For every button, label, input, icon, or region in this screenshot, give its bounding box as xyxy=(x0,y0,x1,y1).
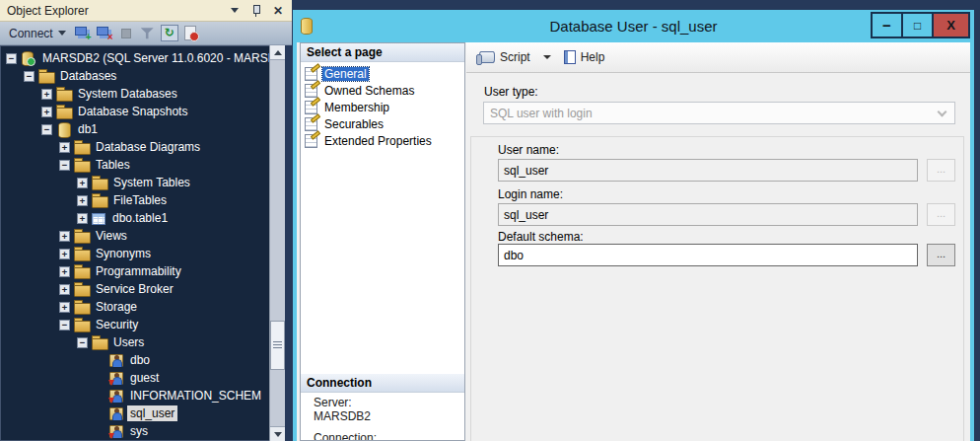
tree-item-users[interactable]: −Users xyxy=(1,333,284,351)
default-schema-input[interactable] xyxy=(498,244,918,266)
tree-item-filetables[interactable]: +FileTables xyxy=(1,191,284,209)
tree-item-dbo[interactable]: dbo xyxy=(1,351,284,369)
dialog-titlebar: Database User - sql_user − □ X xyxy=(297,10,970,42)
tree-item-dbo-table1[interactable]: +dbo.table1 xyxy=(1,209,284,227)
tree-item-programmability[interactable]: +Programmability xyxy=(1,262,284,280)
tree-item-guest[interactable]: guest xyxy=(1,369,284,387)
tree-item-label: Programmability xyxy=(93,263,184,279)
default-schema-label: Default schema: xyxy=(498,230,584,244)
plus-expander-icon[interactable]: + xyxy=(59,302,70,313)
tree-item-tables[interactable]: −Tables xyxy=(1,156,284,174)
help-button[interactable]: Help xyxy=(561,48,608,66)
tree-item-db1[interactable]: −db1 xyxy=(1,120,284,138)
object-explorer-toolbar: Connect +×↻ xyxy=(0,22,292,45)
minus-expander-icon[interactable]: − xyxy=(59,320,70,331)
tree-item-label: System Databases xyxy=(75,86,180,102)
disconnect-server-icon[interactable]: × xyxy=(96,25,113,41)
tree-item-sql-user[interactable]: sql_user xyxy=(1,404,284,422)
script-icon xyxy=(479,51,495,63)
page-item-label: Membership xyxy=(322,101,391,114)
connection-header: Connection xyxy=(301,374,464,393)
tree-item-label: db1 xyxy=(75,121,101,137)
page-item-label: Owned Schemas xyxy=(322,84,416,98)
scroll-up-button[interactable] xyxy=(270,45,285,60)
plus-expander-icon[interactable]: + xyxy=(59,249,70,259)
folder-icon xyxy=(74,282,89,296)
script-error-icon[interactable] xyxy=(182,25,200,41)
folder-icon xyxy=(74,229,89,243)
tree-item-marsdb2-sql-server-11-0-6020-marsd[interactable]: −MARSDB2 (SQL Server 11.0.6020 - MARSD xyxy=(1,49,284,67)
connect-server-icon[interactable]: + xyxy=(74,25,92,41)
user-name-input xyxy=(498,159,918,182)
page-item-securables[interactable]: Securables xyxy=(301,115,464,132)
minus-expander-icon[interactable]: − xyxy=(41,124,52,135)
indent-spacer xyxy=(95,408,105,419)
minus-expander-icon[interactable]: − xyxy=(77,337,88,348)
user-name-browse-button: ... xyxy=(927,159,955,182)
tree-item-system-tables[interactable]: +System Tables xyxy=(1,174,284,191)
plus-expander-icon[interactable]: + xyxy=(41,89,52,100)
plus-expander-icon[interactable]: + xyxy=(41,107,52,117)
minimize-button[interactable]: − xyxy=(871,12,903,38)
person-body xyxy=(112,359,122,367)
dialog-right-pane: Script Help User type: SQL user with log… xyxy=(466,42,970,441)
database-user-dialog: Database User - sql_user − □ X Select a … xyxy=(293,10,974,441)
plus-expander-icon[interactable]: + xyxy=(59,284,70,295)
tree-item-synonyms[interactable]: +Synonyms xyxy=(1,245,284,262)
object-explorer-title: Object Explorer xyxy=(7,4,89,18)
tree-scrollbar[interactable] xyxy=(269,45,285,441)
tree-item-security[interactable]: −Security xyxy=(1,316,284,333)
tree-item-label: guest xyxy=(127,370,162,386)
tree-item-database-diagrams[interactable]: +Database Diagrams xyxy=(1,138,284,156)
maximize-button[interactable]: □ xyxy=(901,12,934,38)
filter-icon[interactable] xyxy=(139,25,157,41)
tree-item-information-schem[interactable]: INFORMATION_SCHEM xyxy=(1,387,284,404)
plus-expander-icon[interactable]: + xyxy=(77,213,88,224)
tree-item-sys[interactable]: sys xyxy=(1,422,284,440)
tree-item-databases[interactable]: −Databases xyxy=(1,67,284,85)
window-position-icon[interactable] xyxy=(228,4,242,18)
tree-item-label: dbo xyxy=(127,352,153,368)
user-groupbox xyxy=(470,136,964,441)
minus-expander-icon[interactable]: − xyxy=(59,160,70,171)
connect-button[interactable]: Connect xyxy=(6,26,69,41)
page-icon xyxy=(305,117,317,131)
page-item-general[interactable]: General xyxy=(301,65,464,82)
page-item-membership[interactable]: Membership xyxy=(301,99,464,115)
plus-expander-icon[interactable]: + xyxy=(77,195,88,206)
close-button[interactable]: X xyxy=(932,12,970,38)
plus-expander-icon[interactable]: + xyxy=(59,231,70,242)
page-item-extended-properties[interactable]: Extended Properties xyxy=(301,132,464,149)
plus-expander-icon[interactable]: + xyxy=(59,142,70,153)
connection-label: Connection: xyxy=(314,431,377,441)
tree-item-system-databases[interactable]: +System Databases xyxy=(1,85,284,103)
tree-item-storage[interactable]: +Storage xyxy=(1,298,284,316)
pencil-icon xyxy=(311,80,320,89)
tree-item-database-snapshots[interactable]: +Database Snapshots xyxy=(1,103,284,120)
user-type-label: User type: xyxy=(484,85,538,99)
plus-expander-icon[interactable]: + xyxy=(77,178,88,188)
tree-item-service-broker[interactable]: +Service Broker xyxy=(1,280,284,298)
default-schema-browse-button[interactable]: ... xyxy=(927,244,955,266)
scroll-down-button[interactable] xyxy=(270,426,285,441)
pin-icon[interactable] xyxy=(249,4,263,18)
indent-spacer xyxy=(95,391,105,402)
login-name-browse-button: ... xyxy=(927,203,955,226)
tree-item-label: INFORMATION_SCHEM xyxy=(127,388,264,404)
stop-icon[interactable] xyxy=(117,25,135,41)
tree-item-label: Storage xyxy=(93,299,140,315)
scrollbar-thumb[interactable] xyxy=(270,321,285,370)
minus-expander-icon[interactable]: − xyxy=(24,71,35,82)
script-button[interactable]: Script xyxy=(476,48,533,66)
page-item-owned-schemas[interactable]: Owned Schemas xyxy=(301,82,464,99)
page-item-label: Securables xyxy=(322,117,385,131)
tree-item-views[interactable]: +Views xyxy=(1,227,284,245)
minus-expander-icon[interactable]: − xyxy=(6,53,17,64)
plus-expander-icon[interactable]: + xyxy=(59,266,70,277)
object-explorer-titlebar: Object Explorer ✕ xyxy=(0,0,292,22)
tree-item-label: Service Broker xyxy=(93,281,176,297)
user-name-label: User name: xyxy=(498,143,559,157)
close-icon[interactable]: ✕ xyxy=(271,4,285,18)
script-dropdown-icon[interactable] xyxy=(543,55,551,59)
refresh-icon[interactable]: ↻ xyxy=(161,25,178,41)
